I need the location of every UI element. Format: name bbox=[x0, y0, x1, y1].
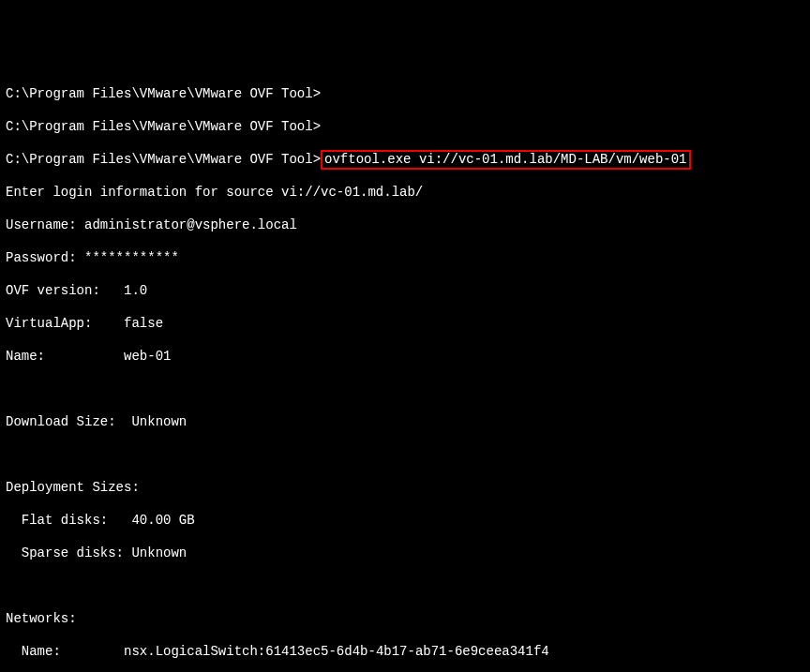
prompt-line: C:\Program Files\VMware\VMware OVF Tool> bbox=[6, 119, 804, 136]
download-size-line: Download Size: Unknown bbox=[6, 414, 804, 431]
networks-header: Networks: bbox=[6, 611, 804, 628]
download-size-value: Unknown bbox=[131, 414, 187, 429]
name-value: web-01 bbox=[124, 349, 171, 364]
blank-line bbox=[6, 381, 804, 398]
virtualapp-label: VirtualApp: bbox=[6, 316, 124, 331]
deployment-sizes-header: Deployment Sizes: bbox=[6, 480, 804, 497]
terminal-output[interactable]: C:\Program Files\VMware\VMware OVF Tool>… bbox=[6, 69, 804, 672]
password-value: ************ bbox=[84, 250, 179, 265]
blank-line bbox=[6, 447, 804, 464]
command-highlight: ovftool.exe vi://vc-01.md.lab/MD-LAB/vm/… bbox=[321, 150, 690, 171]
username-label: Username: bbox=[6, 217, 84, 232]
username-value: administrator@vsphere.local bbox=[84, 217, 297, 232]
network-name-line: Name: nsx.LogicalSwitch:61413ec5-6d4b-4b… bbox=[6, 644, 804, 661]
login-info: Enter login information for source vi://… bbox=[6, 185, 804, 202]
prompt-text: C:\Program Files\VMware\VMware OVF Tool> bbox=[6, 152, 321, 167]
password-line: Password: ************ bbox=[6, 250, 804, 267]
network-name-label: Name: bbox=[6, 644, 124, 659]
virtualapp-value: false bbox=[124, 316, 163, 331]
ovf-version-line: OVF version: 1.0 bbox=[6, 283, 804, 300]
sparse-disks-line: Sparse disks: Unknown bbox=[6, 545, 804, 562]
flat-disks-value: 40.00 GB bbox=[131, 513, 194, 528]
flat-disks-label: Flat disks: bbox=[6, 513, 131, 528]
blank-line bbox=[6, 578, 804, 595]
sparse-disks-label: Sparse disks: bbox=[6, 545, 131, 560]
username-line: Username: administrator@vsphere.local bbox=[6, 217, 804, 234]
ovf-version-label: OVF version: bbox=[6, 283, 124, 298]
name-line: Name: web-01 bbox=[6, 349, 804, 366]
network-name-value: nsx.LogicalSwitch:61413ec5-6d4b-4b17-ab7… bbox=[124, 644, 549, 659]
command-line: C:\Program Files\VMware\VMware OVF Tool>… bbox=[6, 152, 804, 169]
virtualapp-line: VirtualApp: false bbox=[6, 316, 804, 333]
password-label: Password: bbox=[6, 250, 84, 265]
download-size-label: Download Size: bbox=[6, 414, 131, 429]
prompt-line: C:\Program Files\VMware\VMware OVF Tool> bbox=[6, 86, 804, 103]
sparse-disks-value: Unknown bbox=[131, 545, 187, 560]
flat-disks-line: Flat disks: 40.00 GB bbox=[6, 513, 804, 530]
ovf-version-value: 1.0 bbox=[124, 283, 147, 298]
name-label: Name: bbox=[6, 349, 124, 364]
